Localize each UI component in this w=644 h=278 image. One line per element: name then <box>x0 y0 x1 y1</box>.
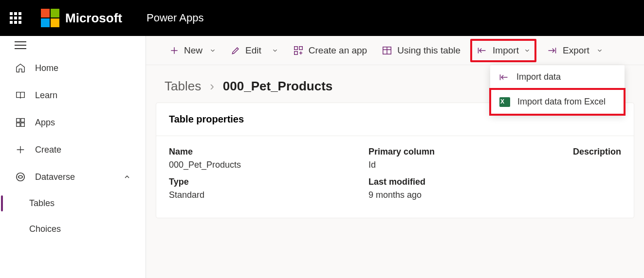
import-button[interactable]: Import <box>476 45 531 56</box>
brand-name: Microsoft <box>65 11 122 26</box>
sidebar-item-dataverse[interactable]: Dataverse <box>0 163 146 191</box>
create-app-button[interactable]: Create an app <box>288 41 372 60</box>
edit-split-chevron[interactable] <box>266 43 283 58</box>
chevron-down-icon <box>524 47 531 54</box>
prop-label-description: Description <box>568 147 621 157</box>
svg-rect-5 <box>294 46 297 49</box>
sidebar-item-label: Dataverse <box>35 172 75 182</box>
chevron-up-icon <box>123 173 131 181</box>
app-launcher-icon[interactable] <box>10 12 21 24</box>
import-highlight: Import <box>470 39 536 62</box>
prop-label-name: Name <box>169 147 368 157</box>
svg-rect-2 <box>17 123 20 126</box>
plus-icon <box>15 144 26 156</box>
edit-button[interactable]: Edit <box>226 41 261 60</box>
svg-rect-6 <box>294 51 297 54</box>
sidebar-item-tables[interactable]: Tables <box>0 191 146 216</box>
global-header: Microsoft Power Apps <box>0 0 644 36</box>
using-table-button[interactable]: Using this table <box>377 41 465 60</box>
table-icon <box>382 45 392 56</box>
svg-rect-3 <box>21 123 24 126</box>
svg-rect-1 <box>21 119 24 122</box>
svg-point-4 <box>17 173 25 181</box>
sidebar-item-learn[interactable]: Learn <box>0 82 146 109</box>
prop-value-primary: Id <box>368 160 568 170</box>
breadcrumb-root[interactable]: Tables <box>165 79 201 94</box>
prop-value-type: Standard <box>169 190 368 200</box>
sidebar-item-home[interactable]: Home <box>0 54 146 82</box>
button-label: Create an app <box>309 45 367 56</box>
plus-icon <box>169 46 179 55</box>
chevron-down-icon <box>596 47 603 54</box>
dataverse-icon <box>15 171 26 183</box>
import-dropdown: Import data Import data from Excel <box>490 65 625 115</box>
book-icon <box>15 89 26 101</box>
hamburger-menu[interactable] <box>0 36 146 54</box>
svg-rect-0 <box>17 119 20 122</box>
home-icon <box>15 62 26 74</box>
option-label: Import data from Excel <box>517 97 606 107</box>
import-arrow-icon <box>476 46 488 55</box>
breadcrumb-separator: › <box>210 79 214 94</box>
breadcrumb-current: 000_Pet_Products <box>223 79 332 94</box>
app-plus-icon <box>293 45 304 56</box>
sidebar-item-choices[interactable]: Choices <box>0 216 146 242</box>
svg-rect-7 <box>299 46 302 49</box>
pencil-icon <box>231 46 240 55</box>
sidebar-item-label: Create <box>35 145 61 155</box>
sidebar-item-label: Tables <box>29 198 55 208</box>
export-arrow-icon <box>546 46 558 55</box>
button-label: Using this table <box>397 45 460 56</box>
prop-value-modified: 9 months ago <box>368 190 568 200</box>
import-data-option[interactable]: Import data <box>490 65 625 89</box>
table-properties-card: Table properties Name 000_Pet_Products T… <box>156 103 634 218</box>
sidebar-item-label: Apps <box>35 118 55 128</box>
option-label: Import data <box>516 72 561 82</box>
microsoft-logo <box>41 9 59 27</box>
chevron-down-icon <box>209 47 216 54</box>
new-button[interactable]: New <box>165 41 221 60</box>
main-content: New Edit Create an app Using this table … <box>146 36 644 278</box>
button-label: Import <box>493 45 519 56</box>
sidebar-item-apps[interactable]: Apps <box>0 109 146 136</box>
button-label: Edit <box>245 45 261 56</box>
import-excel-option[interactable]: Import data from Excel <box>489 88 626 116</box>
properties-grid: Name 000_Pet_Products Type Standard Prim… <box>156 136 634 218</box>
sidebar-item-create[interactable]: Create <box>0 136 146 163</box>
sidebar-item-label: Home <box>35 63 58 73</box>
command-bar: New Edit Create an app Using this table … <box>146 36 644 65</box>
sidebar-item-label: Learn <box>35 90 57 101</box>
button-label: New <box>184 45 202 56</box>
excel-icon <box>499 97 511 107</box>
app-name: Power Apps <box>147 12 203 24</box>
sidebar: Home Learn Apps Create Dataverse Tables … <box>0 36 146 278</box>
prop-label-primary: Primary column <box>368 147 568 157</box>
import-arrow-icon <box>498 72 510 82</box>
prop-label-modified: Last modified <box>368 177 568 187</box>
sidebar-item-label: Choices <box>29 224 61 234</box>
prop-label-type: Type <box>169 177 368 187</box>
prop-value-name: 000_Pet_Products <box>169 160 368 170</box>
grid-icon <box>15 117 26 128</box>
button-label: Export <box>563 45 589 56</box>
export-button[interactable]: Export <box>541 41 608 60</box>
